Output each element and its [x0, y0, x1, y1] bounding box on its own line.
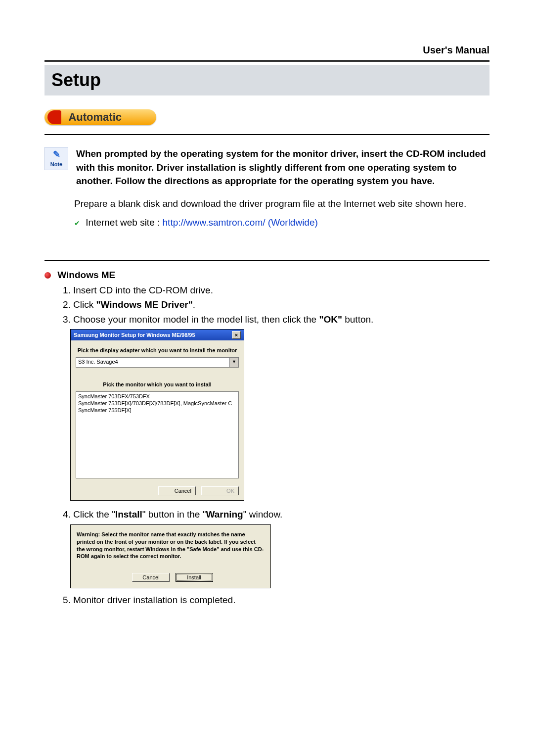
cancel-button[interactable]: Cancel — [158, 486, 196, 495]
pencil-icon: ✎ — [46, 149, 67, 160]
step-5: Monitor driver installation is completed… — [73, 593, 490, 607]
monitor-listbox[interactable]: SyncMaster 703DFX/753DFX SyncMaster 753D… — [76, 391, 239, 478]
setup-title-bar: Setup — [44, 65, 490, 95]
note-icon: ✎ Note — [44, 147, 68, 170]
step-2-text-a: Click — [73, 299, 96, 310]
step-4-text-a: Click the " — [73, 509, 115, 520]
step-2: Click "Windows ME Driver". — [73, 298, 490, 312]
cancel-button[interactable]: Cancel — [132, 573, 170, 582]
adapter-combobox[interactable]: S3 Inc. Savage4 ▼ — [76, 357, 239, 368]
step-2-text-c: . — [193, 299, 195, 310]
step-2-bold: "Windows ME Driver" — [96, 299, 192, 310]
step-3-bold: "OK" — [319, 314, 342, 325]
monitor-setup-dialog: Samsung Monitor Setup for Windows ME/98/… — [70, 329, 244, 501]
warning-dialog: Warning: Select the monitor name that ex… — [70, 524, 271, 588]
step-1: Insert CD into the CD-ROM drive. — [73, 284, 490, 297]
page-header-manual: User's Manual — [44, 45, 490, 56]
section-pill-label: Automatic — [68, 111, 122, 124]
chevron-down-icon[interactable]: ▼ — [229, 358, 238, 367]
adapter-value: S3 Inc. Savage4 — [76, 358, 229, 367]
dialog-titlebar: Samsung Monitor Setup for Windows ME/98/… — [71, 330, 244, 340]
dialog-title: Samsung Monitor Setup for Windows ME/98/… — [74, 332, 195, 338]
windows-me-heading: Windows ME — [44, 270, 490, 281]
red-bullet-icon — [44, 272, 51, 279]
install-button[interactable]: Install — [176, 573, 213, 582]
website-label: Internet web site : — [86, 217, 162, 228]
step-4: Click the "Install" button in the "Warni… — [73, 508, 490, 521]
divider-1 — [44, 134, 490, 135]
list-item[interactable]: SyncMaster 703DFX/753DFX — [77, 393, 237, 400]
note-text: When prompted by the operating system fo… — [76, 147, 490, 188]
prepare-text: Prepare a blank disk and download the dr… — [74, 197, 490, 211]
setup-title: Setup — [51, 70, 483, 91]
adapter-label: Pick the display adapter which you want … — [76, 347, 239, 353]
divider-2 — [44, 260, 490, 261]
step-3-text-c: button. — [342, 314, 373, 325]
step-4-bold-install: Install — [115, 509, 142, 520]
close-icon[interactable]: × — [232, 331, 241, 339]
header-rule — [44, 60, 490, 62]
windows-me-heading-text: Windows ME — [57, 270, 115, 280]
step-4-text-e: " window. — [243, 509, 283, 520]
warning-text: Warning: Select the monitor name that ex… — [77, 531, 265, 560]
note-icon-label: Note — [50, 161, 62, 167]
check-icon: ✔ — [74, 219, 80, 227]
step-3-text-a: Choose your monitor model in the model l… — [73, 314, 319, 325]
list-item[interactable]: SyncMaster 753DF[X]/703DF[X]/783DF[X], M… — [77, 400, 237, 407]
step-4-bold-warning: Warning — [206, 509, 243, 520]
step-4-text-c: " button in the " — [142, 509, 206, 520]
monitor-label: Pick the monitor which you want to insta… — [76, 381, 239, 387]
list-item[interactable]: SyncMaster 755DF[X] — [77, 407, 237, 414]
website-link[interactable]: http://www.samtron.com/ (Worldwide) — [163, 217, 318, 228]
section-pill-automatic: Automatic — [44, 109, 156, 125]
ok-button[interactable]: OK — [201, 486, 239, 495]
step-3: Choose your monitor model in the model l… — [73, 313, 490, 327]
